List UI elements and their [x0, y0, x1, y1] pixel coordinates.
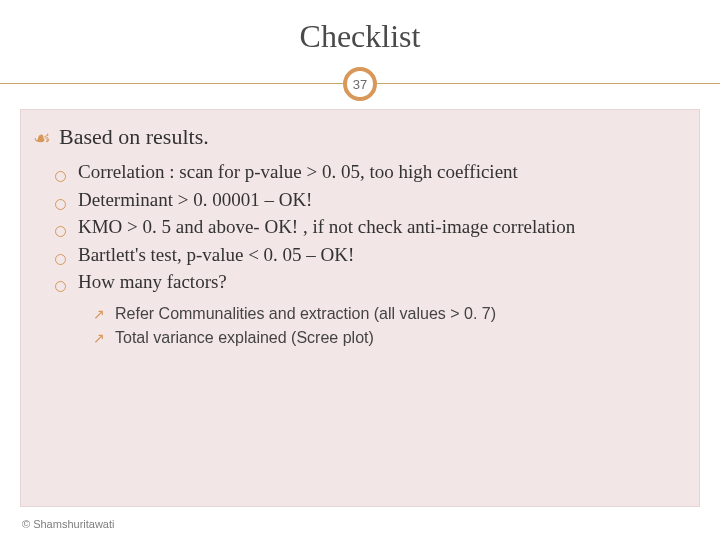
arrow-bullet-icon: ↗ [93, 304, 105, 325]
divider-wrap: 37 [0, 63, 720, 107]
arrow-bullet-icon: ↗ [93, 328, 105, 349]
sub-list-item: ↗ Total variance explained (Scree plot) [93, 326, 683, 350]
list-item-text: KMO > 0. 5 and above- OK! , if not check… [78, 213, 575, 241]
sub-list-item-text: Total variance explained (Scree plot) [115, 326, 374, 350]
page-number: 37 [353, 77, 367, 92]
list-item: KMO > 0. 5 and above- OK! , if not check… [55, 213, 683, 241]
list-item: Determinant > 0. 00001 – OK! [55, 186, 683, 214]
swirl-bullet-icon: ☙ [33, 128, 51, 148]
circle-bullet-icon [55, 199, 66, 210]
list-item: Bartlett's test, p-value < 0. 05 – OK! [55, 241, 683, 269]
list-item-text: Correlation : scan for p-value > 0. 05, … [78, 158, 518, 186]
sub-list-item-text: Refer Communalities and extraction (all … [115, 302, 496, 326]
sub-bullet-list: ↗ Refer Communalities and extraction (al… [93, 302, 683, 350]
heading-item: ☙ Based on results. [33, 124, 683, 150]
heading-text: Based on results. [59, 124, 209, 150]
circle-bullet-icon [55, 171, 66, 182]
circle-bullet-icon [55, 226, 66, 237]
bullet-list: Correlation : scan for p-value > 0. 05, … [55, 158, 683, 296]
slide-title: Checklist [0, 0, 720, 63]
list-item-text: Determinant > 0. 00001 – OK! [78, 186, 312, 214]
list-item: How many factors? [55, 268, 683, 296]
list-item: Correlation : scan for p-value > 0. 05, … [55, 158, 683, 186]
list-item-text: Bartlett's test, p-value < 0. 05 – OK! [78, 241, 354, 269]
circle-bullet-icon [55, 254, 66, 265]
footer-copyright: © Shamshuritawati [22, 518, 114, 530]
slide: Checklist 37 ☙ Based on results. Correla… [0, 0, 720, 540]
list-item-text: How many factors? [78, 268, 227, 296]
content-panel: ☙ Based on results. Correlation : scan f… [20, 109, 700, 507]
sub-list-item: ↗ Refer Communalities and extraction (al… [93, 302, 683, 326]
circle-bullet-icon [55, 281, 66, 292]
page-number-badge: 37 [343, 67, 377, 101]
